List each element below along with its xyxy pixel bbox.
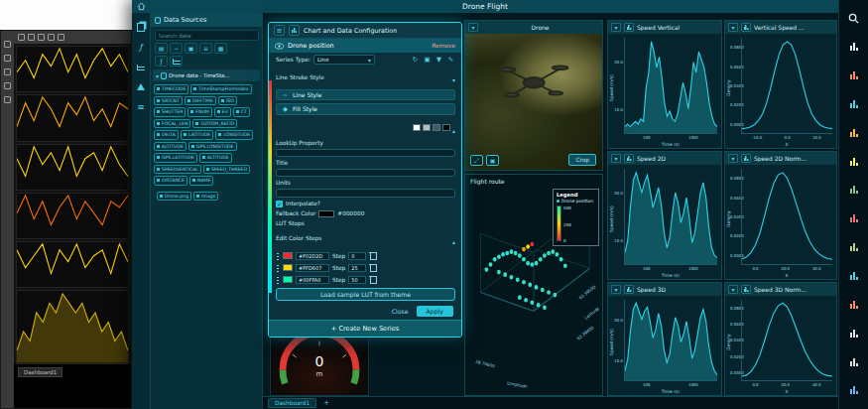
field-chip[interactable]: TimeStampFromIndex xyxy=(190,84,251,94)
chart-icon[interactable] xyxy=(136,62,147,72)
create-series-button[interactable]: + Create New Series xyxy=(269,320,461,337)
home-icon[interactable] xyxy=(137,2,146,11)
collapse-icon[interactable]: ▾ xyxy=(611,23,621,32)
function-icon[interactable] xyxy=(136,42,147,53)
field-chip[interactable]: GPS.LATITUDE xyxy=(154,153,197,163)
dashboard-tab[interactable]: Dashboard1 xyxy=(268,398,316,408)
camera-button[interactable]: ▣ xyxy=(486,155,499,166)
chart-type-icon[interactable] xyxy=(741,23,751,32)
mini-chart[interactable] xyxy=(16,193,129,239)
field-chip[interactable]: LATITUDE xyxy=(181,130,213,140)
step-hex-input[interactable]: #00FFA0 xyxy=(296,276,329,284)
image-icon[interactable] xyxy=(846,383,861,397)
palette-icon[interactable] xyxy=(846,68,861,82)
layers-icon[interactable] xyxy=(136,101,147,112)
delete-step-icon[interactable] xyxy=(369,275,377,284)
search-input[interactable] xyxy=(155,30,259,41)
field-chip[interactable]: SPEED_THREED xyxy=(203,165,250,175)
step-value-input[interactable]: 25 xyxy=(348,264,366,272)
field-chip[interactable]: GPS.LONGITUDE xyxy=(188,142,237,152)
map-icon[interactable] xyxy=(846,240,861,254)
field-chip[interactable]: SPEEDVERTICAL xyxy=(154,165,201,175)
drag-handle-icon[interactable] xyxy=(276,276,280,284)
cursor-icon[interactable] xyxy=(846,40,861,54)
chart-type-icon[interactable] xyxy=(624,154,634,163)
chart-plot[interactable] xyxy=(624,169,717,265)
edit-color-steps-header[interactable]: Edit Color Steps xyxy=(276,229,455,248)
collapse-icon[interactable]: ▾ xyxy=(611,154,621,163)
add-dashboard-button[interactable]: + xyxy=(320,399,332,407)
step-color-swatch[interactable] xyxy=(283,276,293,283)
tool-button[interactable]: ~ xyxy=(170,43,183,54)
mini-chart[interactable] xyxy=(16,46,129,92)
chart-type-icon[interactable] xyxy=(741,285,751,294)
fill-preset-swatch[interactable] xyxy=(433,124,440,131)
step-hex-input[interactable]: #F02D2D xyxy=(296,252,329,260)
gauge-icon[interactable] xyxy=(846,211,861,225)
step-color-swatch[interactable] xyxy=(283,252,293,259)
fill-style-section[interactable]: ◆ Fill Style xyxy=(276,103,455,114)
field-chip[interactable]: ALTITUDE xyxy=(199,153,232,163)
caret-down-icon[interactable] xyxy=(156,72,159,79)
chevron-up-icon[interactable] xyxy=(452,118,455,137)
drag-handle-icon[interactable] xyxy=(276,252,280,260)
collapse-icon[interactable]: ▾ xyxy=(728,285,738,294)
delete-step-icon[interactable] xyxy=(369,251,377,260)
tool-icon[interactable] xyxy=(28,34,35,41)
field-chip[interactable]: DISTANCE xyxy=(154,176,187,186)
chart-type-icon[interactable] xyxy=(624,285,634,294)
tool-icon[interactable] xyxy=(4,68,11,75)
field-chip[interactable]: NAME xyxy=(189,176,213,186)
fill-preset-swatch[interactable] xyxy=(423,124,431,131)
field-chip[interactable]: ALTITUDE xyxy=(154,142,186,152)
line-stroke-row[interactable]: Line Stroke Style xyxy=(276,68,455,86)
background-window[interactable]: Dashboard1 xyxy=(0,30,132,409)
mini-chart[interactable] xyxy=(16,94,129,141)
fill-preset-swatch[interactable] xyxy=(413,124,421,131)
image-chip[interactable]: Image xyxy=(193,192,218,202)
filter-icon[interactable]: ▼ xyxy=(434,56,443,64)
collapse-icon[interactable]: ▾ xyxy=(728,23,738,32)
step-value-input[interactable]: 50 xyxy=(348,276,366,284)
delete-step-icon[interactable] xyxy=(369,263,377,272)
tool-icon[interactable] xyxy=(4,82,11,89)
field-chip[interactable]: LONGITUDE xyxy=(215,130,253,140)
table-icon[interactable] xyxy=(846,327,861,341)
collapse-icon[interactable]: ▾ xyxy=(728,154,738,163)
tool-icon[interactable] xyxy=(4,41,11,48)
units-input[interactable] xyxy=(276,189,455,197)
series-header[interactable]: Drone position Remove xyxy=(269,39,461,53)
file-chip[interactable]: Drone.png xyxy=(157,192,191,202)
plot-3d-icon[interactable] xyxy=(846,269,861,283)
title-input[interactable] xyxy=(276,169,455,177)
tool-icon[interactable] xyxy=(58,34,64,41)
fit-image-button[interactable]: ⤢ xyxy=(470,155,483,166)
crop-button[interactable]: Crop xyxy=(568,154,596,166)
step-color-swatch[interactable] xyxy=(283,264,293,271)
field-chip[interactable]: DELTA xyxy=(154,130,179,140)
bar-chart-icon[interactable] xyxy=(846,126,861,140)
edit-icon[interactable]: ✎ xyxy=(446,56,455,64)
close-button[interactable]: Close xyxy=(392,308,409,315)
field-chip[interactable]: CT xyxy=(233,107,250,117)
field-chip[interactable]: ISO xyxy=(218,96,237,106)
heatmap-icon[interactable] xyxy=(846,298,861,312)
refresh-icon[interactable]: ↻ xyxy=(411,56,420,64)
tool-button[interactable]: ▣ xyxy=(185,43,197,54)
load-lut-button[interactable]: Load sample LUT from theme xyxy=(276,288,455,301)
chart-button[interactable] xyxy=(170,56,183,67)
field-chip[interactable]: DZOOM_RATIO xyxy=(192,119,237,129)
chart-plot[interactable] xyxy=(624,38,717,134)
mini-chart[interactable] xyxy=(16,241,129,288)
text-label-icon[interactable] xyxy=(846,355,861,369)
tool-button[interactable]: ▦ xyxy=(214,43,227,54)
chart-plot[interactable] xyxy=(741,169,832,265)
tool-icon[interactable] xyxy=(18,34,25,41)
field-chip[interactable]: TIMECODE xyxy=(154,84,188,94)
mini-chart[interactable] xyxy=(16,144,129,191)
chart-type-icon[interactable] xyxy=(289,25,300,36)
chart-plot[interactable] xyxy=(741,38,832,134)
chart-type-icon[interactable] xyxy=(624,23,634,32)
scatter-plot-icon[interactable] xyxy=(846,155,861,169)
field-chip[interactable]: DIFFTIME xyxy=(185,96,216,106)
